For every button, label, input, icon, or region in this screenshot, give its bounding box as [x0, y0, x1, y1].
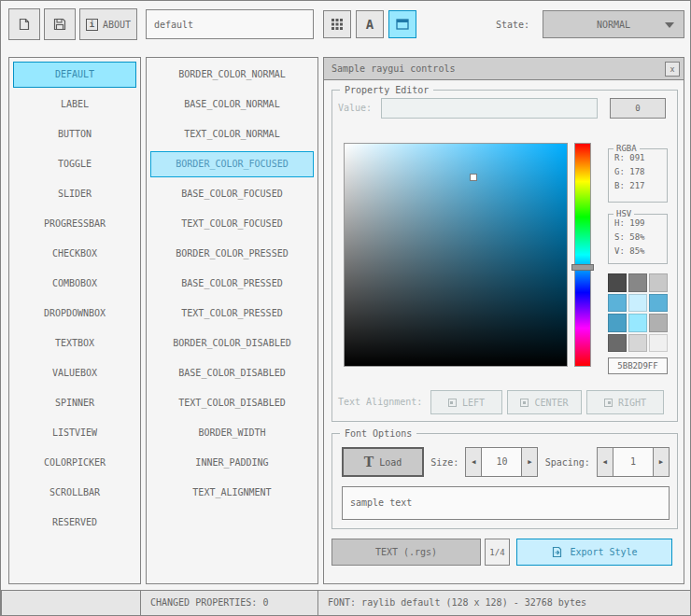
rgba-green-value: G: 178: [609, 163, 667, 177]
style-name-input[interactable]: [146, 9, 314, 39]
list-item-listview[interactable]: LISTVIEW: [13, 420, 136, 446]
letter-a-icon: A: [366, 17, 374, 32]
list-item-label[interactable]: LABEL: [13, 91, 136, 118]
spacing-increase-button[interactable]: ▶: [653, 447, 670, 477]
list-item-border-color-focused[interactable]: BORDER_COLOR_FOCUSED: [150, 151, 314, 177]
page-indicator-button[interactable]: 1/4: [485, 539, 510, 566]
info-icon: i: [86, 19, 98, 31]
hue-bar[interactable]: [574, 143, 591, 367]
color-swatch[interactable]: [628, 314, 647, 332]
list-item-border-color-normal[interactable]: BORDER_COLOR_NORMAL: [150, 62, 314, 88]
color-saturation-value-panel[interactable]: [344, 143, 568, 367]
color-swatch[interactable]: [628, 294, 647, 313]
state-label: State:: [496, 20, 529, 30]
list-item-base-color-pressed[interactable]: BASE_COLOR_PRESSED: [150, 271, 314, 297]
font-options-group-label: Font Options: [340, 428, 416, 439]
hsv-group-label: HSV: [613, 209, 634, 218]
export-style-button-label: Export Style: [570, 547, 637, 557]
export-icon: [551, 546, 563, 558]
style-table-view-button[interactable]: [323, 10, 351, 38]
color-swatch[interactable]: [608, 314, 627, 332]
hue-slider[interactable]: [571, 264, 594, 271]
state-dropdown-value: NORMAL: [597, 20, 630, 30]
font-spacing-label: Spacing:: [545, 457, 590, 468]
color-swatch[interactable]: [649, 294, 668, 313]
font-size-increase-button[interactable]: ▶: [521, 447, 538, 477]
value-label: Value:: [338, 103, 372, 113]
list-item-checkbox[interactable]: CHECKBOX: [13, 241, 136, 267]
rguistyler-window: i ABOUT A State: NORMAL DEFAULT LABEL BU…: [0, 0, 691, 616]
close-button[interactable]: x: [665, 62, 680, 77]
list-item-slider[interactable]: SLIDER: [13, 181, 136, 207]
sample-window-titlebar[interactable]: Sample raygui controls x: [324, 58, 684, 80]
color-swatch[interactable]: [608, 294, 627, 313]
hsv-saturation-value: S: 58%: [609, 229, 667, 243]
list-item-progressbar[interactable]: PROGRESSBAR: [13, 211, 136, 237]
export-format-button[interactable]: TEXT (.rgs): [331, 539, 481, 566]
state-dropdown[interactable]: NORMAL: [543, 10, 684, 38]
font-size-decrease-button[interactable]: ◀: [465, 447, 482, 477]
align-left-button[interactable]: LEFT: [430, 390, 502, 414]
font-size-stepper: ◀ 10 ▶: [465, 447, 538, 477]
value-input[interactable]: [381, 98, 598, 119]
list-item-border-color-disabled[interactable]: BORDER_COLOR_DISABLED: [150, 330, 314, 357]
list-item-border-width[interactable]: BORDER_WIDTH: [150, 420, 314, 446]
font-spacing-stepper: ◀ 1 ▶: [597, 447, 670, 477]
close-icon: x: [670, 64, 675, 74]
arrow-right-icon: ▶: [659, 458, 663, 466]
list-item-button[interactable]: BUTTON: [13, 121, 136, 147]
list-item-colorpicker[interactable]: COLORPICKER: [13, 450, 136, 476]
list-item-text-color-disabled[interactable]: TEXT_COLOR_DISABLED: [150, 390, 314, 416]
controls-list: DEFAULT LABEL BUTTON TOGGLE SLIDER PROGR…: [8, 57, 141, 584]
align-center-icon: [520, 399, 529, 407]
hex-color-input[interactable]: [608, 357, 668, 374]
list-item-toggle[interactable]: TOGGLE: [13, 151, 136, 177]
list-item-text-color-focused[interactable]: TEXT_COLOR_FOCUSED: [150, 211, 314, 237]
rgba-group: RGBA R: 091 G: 178 B: 217: [608, 148, 668, 203]
list-item-valuebox[interactable]: VALUEBOX: [13, 360, 136, 386]
list-item-combobox[interactable]: COMBOBOX: [13, 271, 136, 297]
list-item-reserved[interactable]: RESERVED: [13, 510, 136, 536]
color-swatch[interactable]: [649, 314, 668, 332]
align-right-button-label: RIGHT: [618, 398, 646, 408]
align-center-button[interactable]: CENTER: [507, 390, 582, 414]
list-item-inner-padding[interactable]: INNER_PADDING: [150, 450, 314, 476]
list-item-textbox[interactable]: TEXTBOX: [13, 330, 136, 357]
list-item-text-alignment[interactable]: TEXT_ALIGNMENT: [150, 480, 314, 506]
color-swatch[interactable]: [628, 334, 647, 353]
rgba-blue-value: B: 217: [609, 177, 667, 191]
color-swatch[interactable]: [628, 273, 647, 292]
list-item-base-color-normal[interactable]: BASE_COLOR_NORMAL: [150, 91, 314, 118]
list-item-base-color-focused[interactable]: BASE_COLOR_FOCUSED: [150, 181, 314, 207]
text-alignment-label: Text Alignment:: [338, 397, 422, 407]
list-item-border-color-pressed[interactable]: BORDER_COLOR_PRESSED: [150, 241, 314, 267]
align-right-button[interactable]: RIGHT: [586, 390, 664, 414]
value-button[interactable]: 0: [610, 98, 666, 119]
status-changed-properties: CHANGED PROPERTIES: 0: [140, 590, 318, 616]
about-button[interactable]: i ABOUT: [79, 8, 137, 40]
list-item-dropdownbox[interactable]: DROPDOWNBOX: [13, 301, 136, 327]
align-right-icon: [604, 399, 613, 407]
font-load-button[interactable]: T Load: [342, 447, 424, 477]
list-item-text-color-normal[interactable]: TEXT_COLOR_NORMAL: [150, 121, 314, 147]
list-item-scrollbar[interactable]: SCROLLBAR: [13, 480, 136, 506]
color-picker-cursor[interactable]: [470, 174, 477, 181]
style-editor-view-button[interactable]: [388, 10, 416, 38]
grid-icon: [331, 18, 344, 31]
property-editor-group: Property Editor Value: 0 RGBA R: 091 G: …: [331, 90, 678, 422]
list-item-default[interactable]: DEFAULT: [13, 62, 136, 88]
sample-controls-window: Sample raygui controls x Property Editor…: [323, 57, 684, 584]
list-item-text-color-pressed[interactable]: TEXT_COLOR_PRESSED: [150, 301, 314, 327]
load-style-file-button[interactable]: [8, 8, 40, 40]
list-item-base-color-disabled[interactable]: BASE_COLOR_DISABLED: [150, 360, 314, 386]
save-style-file-button[interactable]: [44, 8, 76, 40]
color-swatch[interactable]: [649, 334, 668, 353]
color-swatch[interactable]: [608, 273, 627, 292]
spacing-decrease-button[interactable]: ◀: [597, 447, 613, 477]
font-view-button[interactable]: A: [356, 10, 384, 38]
list-item-spinner[interactable]: SPINNER: [13, 390, 136, 416]
color-swatch[interactable]: [649, 273, 668, 292]
export-style-button[interactable]: Export Style: [516, 539, 672, 566]
sample-text-box[interactable]: sample text: [342, 486, 670, 520]
color-swatch[interactable]: [608, 334, 627, 353]
